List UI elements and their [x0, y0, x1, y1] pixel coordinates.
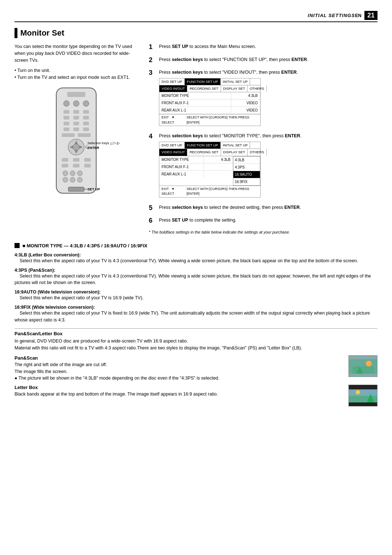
screen-tab: INITIAL SET UP: [221, 78, 250, 85]
type-43ps-title: 4:3PS (Pan&Scan):: [15, 268, 56, 273]
type-43lb-title: 4:3LB (Letter Box conversion):: [15, 252, 81, 258]
svg-point-44: [366, 361, 372, 366]
svg-point-50: [356, 390, 360, 394]
page-header: INITIAL SETTINGS EN 21: [15, 11, 377, 22]
screen-cell-label: FRONT AUX F-1: [159, 100, 231, 106]
screen-footer: EXIT ▼ SELECT SELECT WITH [CURSORS] THEN…: [159, 186, 260, 197]
screen-mock-1: DVD SET UP FUNCTION SET UP INITIAL SET U…: [159, 78, 261, 126]
svg-point-36: [77, 177, 82, 182]
svg-point-33: [77, 171, 82, 176]
enter-label: ENTER: [87, 146, 99, 150]
svg-point-35: [70, 177, 75, 182]
svg-rect-5: [64, 110, 69, 114]
pan-scan-subtitle: Pan&Scan: [15, 355, 345, 361]
monitor-type-title: ■ MONITOR TYPE — 4:3LB / 4:3PS / 16:9AUT…: [23, 243, 147, 248]
pan-scan-thumbnail: [348, 355, 377, 377]
main-layout: You can select the monitor type dependin…: [15, 43, 377, 238]
step-6-content: Press SET UP to complete the setting.: [159, 217, 377, 224]
screen-row: MONITOR TYPE 4:3LB: [159, 156, 233, 163]
screen-cell-label: REAR AUX L-1: [159, 107, 231, 114]
screen-cell-value: [204, 171, 233, 178]
type-169fix-title: 16:9FIX (Wide television conversion):: [15, 305, 95, 310]
step-2-number: 2: [149, 56, 155, 64]
type-169fix: 16:9FIX (Wide television conversion): Se…: [15, 304, 377, 324]
step-4-number: 4: [149, 133, 155, 141]
footer-left: EXIT ▼ SELECT: [162, 115, 187, 125]
footer-right: SELECT WITH [CURSORS] THEN PRESS [ENTER]: [187, 115, 258, 125]
screen-subtabs-2: VIDEO IN/OUT RECORDING SET DISPLAY SET O…: [159, 149, 260, 156]
step-2: 2 Press selection keys to select "FUNCTI…: [149, 56, 377, 64]
screen-cell-value: [204, 163, 233, 170]
screen-subtab: OTHERS: [248, 85, 267, 92]
step-2-content: Press selection keys to select "FUNCTION…: [159, 56, 377, 63]
screen-with-dropdown: MONITOR TYPE 4:3LB FRONT AUX F-1 REAR AU…: [159, 156, 260, 186]
svg-rect-6: [73, 110, 79, 114]
type-169auto-body: Select this when the aspect ratio of you…: [15, 295, 377, 301]
footnote: * The boldface settings in the table bel…: [149, 230, 377, 234]
screen-row: MONITOR TYPE 4:3LB: [159, 92, 260, 100]
letter-box-text: Letter Box Black bands appear at the top…: [15, 385, 345, 406]
type-169auto: 16:9AUTO (Wide television conversion): S…: [15, 289, 377, 301]
monitor-type-icon: [15, 243, 20, 248]
screen-tab: DVD SET UP: [159, 78, 185, 85]
section-title-bar: Monitor Set: [15, 28, 377, 38]
svg-rect-16: [83, 127, 89, 131]
step-5-number: 5: [149, 204, 155, 212]
footer-left: EXIT ▼ SELECT: [162, 187, 187, 197]
step-1-content: Press SET UP to access the Main Menu scr…: [159, 43, 377, 50]
svg-point-32: [70, 171, 75, 176]
pan-scan-thumb-svg: [349, 356, 377, 377]
screen-cell-label: MONITOR TYPE: [159, 92, 231, 99]
pan-scan-body: In general, DVD VIDEO disc are produced …: [15, 338, 377, 352]
step-1-number: 1: [149, 43, 155, 51]
type-43lb-body: Select this when the aspect ratio of you…: [15, 258, 377, 264]
svg-rect-30: [84, 164, 91, 167]
pan-scan-section: Pan&Scan/Letter Box In general, DVD VIDE…: [15, 328, 377, 352]
screen-subtab-active: VIDEO IN/OUT: [159, 85, 187, 92]
svg-point-31: [63, 171, 68, 176]
step-3-number: 3: [149, 69, 155, 77]
svg-point-4: [83, 101, 89, 106]
screen-tabs-1: DVD SET UP FUNCTION SET UP INITIAL SET U…: [159, 78, 260, 85]
svg-point-2: [64, 101, 69, 106]
svg-rect-37: [68, 187, 84, 191]
svg-rect-13: [83, 122, 89, 125]
svg-rect-28: [62, 164, 68, 167]
monitor-type-header: ■ MONITOR TYPE — 4:3LB / 4:3PS / 16:9AUT…: [15, 243, 377, 248]
left-column: You can select the monitor type dependin…: [15, 43, 138, 238]
screen-tab-active: FUNCTION SET UP: [185, 78, 221, 85]
step-4-content: Press selection keys to select "MONITOR …: [159, 133, 377, 199]
svg-rect-29: [73, 164, 79, 167]
svg-point-34: [63, 177, 68, 182]
screen-cell-value: 4:3LB: [204, 156, 233, 163]
step-5-content: Press selection keys to select the desir…: [159, 204, 377, 211]
step-6-number: 6: [149, 217, 155, 225]
svg-rect-1: [67, 92, 85, 97]
screen-subtab-active: VIDEO IN/OUT: [159, 149, 187, 155]
section-title: Monitor Set: [20, 28, 64, 38]
remote-illustration: Selection Keys △▽◁▷ ENTER SET UP: [15, 86, 138, 200]
screen-row: FRONT AUX F-1: [159, 163, 233, 171]
screen-tab: INITIAL SET UP: [221, 142, 250, 149]
svg-rect-43: [352, 366, 374, 374]
pan-scan-text: Pan&Scan The right and left side of the …: [15, 355, 345, 382]
right-column: 1 Press SET UP to access the Main Menu s…: [149, 43, 377, 238]
screen-row: REAR AUX L-1: [159, 171, 233, 178]
type-169fix-body: Select this when the aspect ratio of you…: [15, 310, 377, 324]
screen-row: REAR AUX L-1 VIDEO: [159, 107, 260, 114]
pan-scan-title: Pan&Scan/Letter Box: [15, 328, 377, 336]
svg-rect-17: [62, 133, 75, 137]
svg-rect-8: [64, 116, 69, 119]
screen-cell-label: FRONT AUX F-1: [159, 163, 204, 170]
description: You can select the monitor type dependin…: [15, 43, 138, 64]
screen-tab-active: FUNCTION SET UP: [185, 142, 221, 149]
dropdown-options: 4:3LB 4:3PS 16:9AUTO 16:9FIX: [233, 156, 260, 186]
setup-label: SET UP: [87, 187, 100, 191]
dropdown-option: 4:3PS: [233, 164, 260, 171]
letter-box-thumb-svg: [349, 385, 377, 406]
screen-subtab: OTHERS: [248, 149, 267, 155]
svg-rect-15: [73, 127, 79, 131]
bullet-item: Turn on the TV and select an input mode …: [15, 74, 138, 81]
screen-cell-value: 4:3LB: [231, 92, 260, 99]
screen-cell-value: VIDEO: [231, 100, 260, 106]
